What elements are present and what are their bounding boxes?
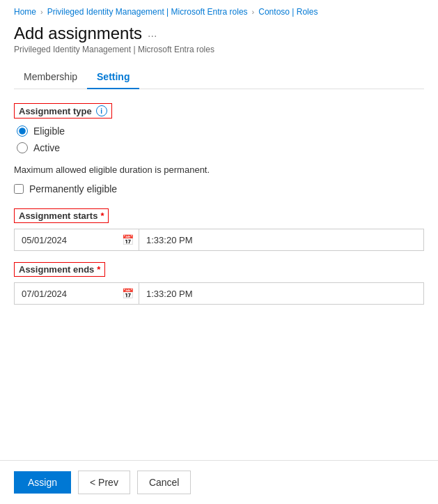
main-content: Assignment type i Eligible Active Maximu…: [0, 89, 438, 372]
assignment-ends-group: Assignment ends * 📅: [14, 262, 424, 305]
radio-eligible[interactable]: Eligible: [17, 125, 424, 137]
tab-membership[interactable]: Membership: [14, 66, 87, 89]
ellipsis-menu[interactable]: ...: [148, 27, 157, 40]
assignment-type-radio-group: Eligible Active: [14, 125, 424, 153]
breadcrumb-contoso[interactable]: Contoso | Roles: [258, 7, 318, 17]
breadcrumb-sep-2: ›: [252, 8, 255, 16]
starts-date-input[interactable]: [14, 229, 139, 251]
permanently-eligible-checkbox-label[interactable]: Permanently eligible: [14, 183, 424, 194]
page-title-row: Add assignments ...: [14, 24, 424, 43]
info-text: Maximum allowed eligible duration is per…: [14, 165, 424, 175]
assignment-starts-group: Assignment starts * 📅: [14, 208, 424, 251]
breadcrumb-home[interactable]: Home: [14, 7, 36, 17]
breadcrumb: Home › Privileged Identity Management | …: [0, 0, 438, 21]
tab-setting[interactable]: Setting: [87, 66, 139, 89]
radio-active[interactable]: Active: [17, 142, 424, 153]
breadcrumb-pim[interactable]: Privileged Identity Management | Microso…: [47, 7, 248, 17]
breadcrumb-sep-1: ›: [40, 8, 43, 16]
assignment-type-label: Assignment type i: [14, 103, 112, 119]
page-header: Add assignments ... Privileged Identity …: [0, 21, 438, 56]
assign-button[interactable]: Assign: [14, 471, 71, 494]
starts-required-star: *: [100, 211, 104, 221]
ends-required-star: *: [97, 264, 100, 275]
prev-button[interactable]: < Prev: [78, 471, 130, 494]
permanently-eligible-checkbox[interactable]: [14, 184, 24, 194]
ends-date-input[interactable]: [14, 282, 139, 305]
page-subtitle: Privileged Identity Management | Microso…: [14, 45, 424, 54]
cancel-button[interactable]: Cancel: [137, 471, 191, 494]
starts-time-input[interactable]: [139, 229, 424, 251]
starts-date-wrap: 📅: [14, 229, 139, 251]
radio-active-input[interactable]: [17, 142, 28, 153]
assignment-starts-label: Assignment starts *: [14, 208, 109, 223]
ends-date-wrap: 📅: [14, 282, 139, 305]
assignment-ends-inputs: 📅: [14, 282, 424, 305]
assignment-starts-inputs: 📅: [14, 229, 424, 251]
radio-eligible-input[interactable]: [17, 125, 28, 137]
assignment-type-info-icon[interactable]: i: [96, 105, 107, 116]
assignment-ends-label: Assignment ends *: [14, 262, 105, 277]
footer: Assign < Prev Cancel: [0, 460, 438, 504]
page-title-text: Add assignments: [14, 24, 142, 43]
ends-time-input[interactable]: [139, 282, 424, 305]
tab-bar: Membership Setting: [14, 66, 424, 89]
